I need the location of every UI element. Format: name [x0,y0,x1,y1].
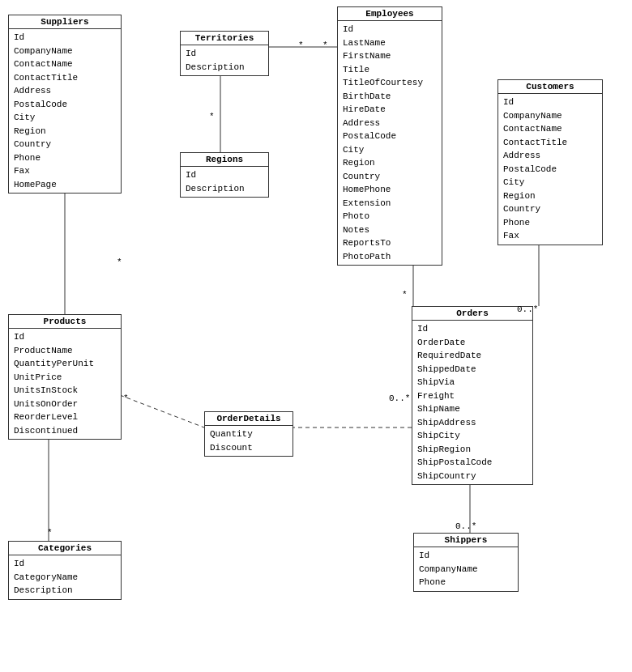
entity-regions-body: Id Description [181,167,268,197]
label-emp-orders: * [402,290,408,300]
entity-orders-title: Orders [412,307,532,321]
entity-territories: Territories Id Description [180,31,269,76]
entity-products: Products Id ProductName QuantityPerUnit … [8,314,122,440]
label-products-orderdet: * [123,393,129,403]
entity-employees: Employees Id LastName FirstName Title Ti… [337,6,442,266]
entity-shippers-body: Id CompanyName Phone [414,547,518,591]
erd-diagram: Suppliers Id CompanyName ContactName Con… [0,0,632,672]
entity-employees-title: Employees [338,7,442,21]
entity-employees-body: Id LastName FirstName Title TitleOfCourt… [338,21,442,265]
label-territories-emp-right: * [322,40,328,50]
entity-products-title: Products [9,315,121,329]
entity-territories-body: Id Description [181,45,268,75]
entity-shippers: Shippers Id CompanyName Phone [413,533,519,592]
entity-orders-body: Id OrderDate RequiredDate ShippedDate Sh… [412,321,532,484]
entity-suppliers-title: Suppliers [9,15,121,29]
entity-suppliers-body: Id CompanyName ContactName ContactTitle … [9,29,121,193]
label-products-categories: * [47,528,53,538]
label-territories-regions: * [209,112,215,121]
entity-categories-body: Id CategoryName Description [9,555,121,599]
entity-categories-title: Categories [9,542,121,555]
entity-categories: Categories Id CategoryName Description [8,541,122,600]
entity-customers-body: Id CompanyName ContactName ContactTitle … [498,94,602,245]
entity-orderdetails-title: OrderDetails [205,412,293,426]
entity-customers-title: Customers [498,80,602,94]
entity-regions-title: Regions [181,153,268,167]
entity-shippers-title: Shippers [414,534,518,547]
entity-products-body: Id ProductName QuantityPerUnit UnitPrice… [9,329,121,439]
label-orders-shippers: 0..* [455,521,476,531]
entity-suppliers: Suppliers Id CompanyName ContactName Con… [8,15,122,194]
entity-orderdetails-body: Quantity Discount [205,426,293,456]
entity-territories-title: Territories [181,32,268,45]
svg-line-5 [120,395,204,427]
entity-regions: Regions Id Description [180,152,269,198]
label-suppliers-products: * [117,257,122,267]
entity-customers: Customers Id CompanyName ContactName Con… [497,79,603,245]
label-orders-orderdet: 0..* [389,393,410,403]
label-territories-emp-left: * [298,40,304,50]
label-customers-orders: 0..* [517,304,538,314]
entity-orders: Orders Id OrderDate RequiredDate Shipped… [412,306,533,485]
entity-orderdetails: OrderDetails Quantity Discount [204,411,293,457]
